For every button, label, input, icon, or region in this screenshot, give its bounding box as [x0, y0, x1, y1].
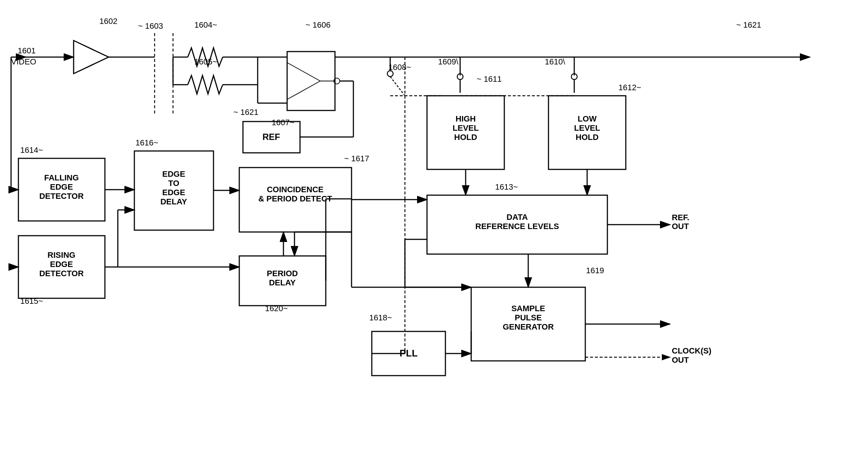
svg-text:EDGE: EDGE [50, 182, 73, 191]
label-1608: 1608~ [388, 63, 411, 72]
svg-text:DATA: DATA [507, 212, 528, 222]
svg-line-14 [287, 63, 320, 81]
label-1607: 1607~ [272, 118, 294, 127]
svg-line-15 [287, 81, 320, 99]
label-1616: 1616~ [135, 138, 158, 147]
label-1620: 1620~ [265, 304, 288, 313]
svg-text:PERIOD: PERIOD [267, 269, 298, 278]
label-1605: 1605~ [194, 57, 217, 66]
label-1601: 1601 [18, 46, 36, 55]
label-1619: 1619 [586, 266, 604, 275]
label-clocks-out2: OUT [672, 355, 689, 365]
svg-text:TO: TO [168, 179, 179, 188]
svg-text:LEVEL: LEVEL [574, 123, 600, 133]
svg-text:PULSE: PULSE [515, 313, 541, 322]
svg-text:LEVEL: LEVEL [453, 123, 479, 133]
label-1615: 1615~ [20, 296, 43, 306]
svg-text:LOW: LOW [578, 114, 597, 123]
label-1604: 1604~ [194, 20, 217, 29]
svg-text:DELAY: DELAY [269, 278, 296, 287]
svg-text:HOLD: HOLD [576, 133, 599, 142]
svg-text:REF: REF [262, 132, 280, 142]
label-1606: ~ 1606 [306, 20, 331, 29]
svg-text:HOLD: HOLD [454, 133, 477, 142]
svg-text:COINCIDENCE: COINCIDENCE [267, 185, 324, 194]
svg-text:RISING: RISING [47, 250, 75, 260]
svg-text:DELAY: DELAY [160, 197, 187, 206]
label-1602: 1602 [99, 17, 117, 26]
label-1618: 1618~ [369, 313, 392, 322]
label-video: VIDEO [11, 57, 36, 66]
svg-text:EDGE: EDGE [162, 169, 185, 179]
svg-text:SAMPLE: SAMPLE [511, 304, 545, 313]
svg-text:DETECTOR: DETECTOR [39, 191, 84, 201]
label-1603: ~ 1603 [138, 21, 163, 31]
label-1610: 1610\ [545, 57, 565, 66]
svg-text:EDGE: EDGE [50, 260, 73, 269]
svg-canvas: FALLING EDGE DETECTOR RISING EDGE DETECT… [0, 0, 868, 450]
svg-line-21 [390, 77, 405, 96]
label-1614: 1614~ [20, 145, 43, 155]
label-clocks-out: CLOCK(S) [672, 346, 712, 355]
label-1621-out: ~ 1621 [736, 20, 761, 29]
label-1613: 1613~ [495, 182, 518, 191]
label-1621-ref: ~ 1621 [233, 108, 258, 117]
svg-text:HIGH: HIGH [456, 114, 476, 123]
svg-text:REFERENCE LEVELS: REFERENCE LEVELS [475, 222, 559, 231]
label-1612: 1612~ [618, 83, 641, 92]
svg-marker-2 [74, 41, 109, 74]
label-1609: 1609\ [438, 57, 459, 66]
label-ref-out2: OUT [672, 222, 689, 231]
label-1617: ~ 1617 [344, 154, 369, 163]
circuit-diagram: FALLING EDGE DETECTOR RISING EDGE DETECT… [0, 0, 868, 450]
svg-text:PLL: PLL [399, 348, 417, 359]
label-1611: ~ 1611 [477, 74, 502, 84]
label-ref-out: REF. [672, 213, 689, 222]
svg-text:DETECTOR: DETECTOR [39, 269, 84, 278]
svg-text:& PERIOD DETECT: & PERIOD DETECT [258, 194, 332, 203]
svg-text:GENERATOR: GENERATOR [503, 322, 554, 331]
svg-text:EDGE: EDGE [162, 188, 185, 197]
svg-text:FALLING: FALLING [44, 173, 79, 182]
